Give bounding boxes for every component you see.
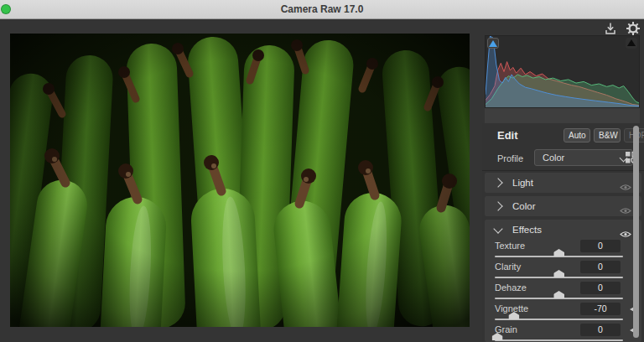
- chevron-down-icon: [493, 224, 502, 233]
- visibility-eye-icon[interactable]: [620, 203, 631, 218]
- auto-button[interactable]: Auto: [564, 128, 590, 142]
- highlight-clipping-indicator[interactable]: [626, 38, 637, 49]
- slider-track[interactable]: [495, 339, 623, 341]
- slider-row-vignette: Vignette -70: [485, 303, 641, 324]
- slider-handle[interactable]: [553, 249, 564, 256]
- histogram[interactable]: [485, 35, 640, 108]
- bw-button[interactable]: B&W: [594, 128, 621, 142]
- shadow-clipping-indicator[interactable]: [487, 38, 499, 49]
- export-icon[interactable]: [603, 21, 618, 36]
- panel-scrollbar[interactable]: [633, 126, 639, 338]
- slider-row-dehaze: Dehaze 0: [485, 282, 641, 303]
- slider-row-grain: Grain 0: [485, 324, 641, 342]
- slider-track[interactable]: [495, 298, 623, 299]
- profile-selected-value: Color: [543, 153, 564, 163]
- section-light: Light: [485, 173, 641, 193]
- histogram-svg: [486, 36, 639, 107]
- slider-label: Vignette: [495, 303, 528, 314]
- section-color: Color: [485, 196, 641, 216]
- slider-label: Texture: [495, 241, 525, 251]
- slider-label: Grain: [495, 324, 517, 334]
- profile-label: Profile: [497, 153, 523, 163]
- visibility-eye-icon[interactable]: [620, 179, 631, 194]
- window-titlebar: Camera Raw 17.0: [0, 0, 644, 19]
- section-label: Color: [512, 201, 535, 211]
- slider-track[interactable]: [495, 277, 623, 278]
- window-title: Camera Raw 17.0: [0, 0, 644, 18]
- edit-panel: Edit Auto B&W HDR Profile Color Light Co…: [482, 123, 644, 342]
- section-label: Effects: [512, 225, 542, 235]
- photo-canvas[interactable]: [10, 34, 470, 327]
- slider-track[interactable]: [495, 319, 623, 320]
- section-light-header[interactable]: Light: [485, 173, 641, 193]
- banana-photo-image: [10, 34, 470, 327]
- slider-value-field[interactable]: 0: [580, 282, 621, 294]
- slider-handle[interactable]: [553, 270, 564, 277]
- divider: [482, 170, 644, 171]
- slider-row-clarity: Clarity 0: [485, 261, 641, 282]
- slider-value-field[interactable]: 0: [580, 324, 621, 336]
- section-color-header[interactable]: Color: [485, 196, 641, 216]
- slider-value-field[interactable]: 0: [580, 240, 621, 252]
- profile-dropdown[interactable]: Color: [534, 149, 633, 166]
- slider-track[interactable]: [495, 256, 623, 257]
- edit-panel-title: Edit: [497, 129, 518, 142]
- slider-label: Dehaze: [495, 282, 527, 293]
- section-effects-header[interactable]: Effects: [485, 220, 641, 240]
- histogram-footer-strip: [485, 108, 640, 123]
- section-label: Light: [512, 178, 533, 188]
- slider-value-field[interactable]: 0: [580, 261, 621, 273]
- slider-handle[interactable]: [553, 291, 564, 298]
- chevron-right-icon: [493, 201, 502, 210]
- section-effects: Effects Texture 0 Clarity 0 Dehaze 0 Vig…: [485, 220, 641, 342]
- chevron-right-icon: [493, 178, 502, 187]
- settings-gear-icon[interactable]: [626, 21, 641, 36]
- slider-label: Clarity: [495, 262, 521, 272]
- slider-value-field[interactable]: -70: [580, 303, 621, 315]
- slider-row-texture: Texture 0: [485, 240, 641, 261]
